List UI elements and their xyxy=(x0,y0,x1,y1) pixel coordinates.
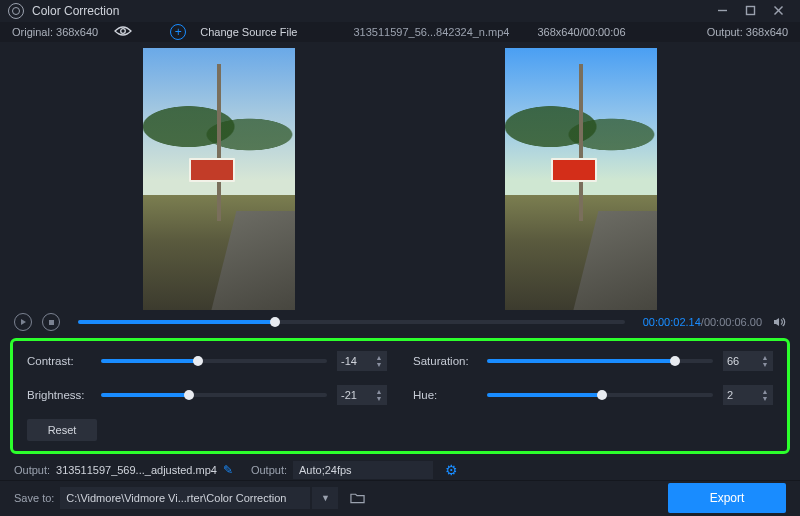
edit-output-name-icon[interactable]: ✎ xyxy=(223,463,233,477)
app-icon xyxy=(8,3,24,19)
brightness-value-stepper[interactable]: -21▲▼ xyxy=(337,385,387,405)
saturation-value-stepper[interactable]: 66▲▼ xyxy=(723,351,773,371)
titlebar: Color Correction xyxy=(0,0,800,23)
window-title: Color Correction xyxy=(32,4,119,18)
color-controls-panel: Contrast: -14▲▼ Saturation: 66▲▼ Brightn… xyxy=(10,338,790,454)
play-button[interactable] xyxy=(14,313,32,331)
output-format-select[interactable]: Auto;24fps xyxy=(293,461,433,479)
saturation-control: Saturation: 66▲▼ xyxy=(413,351,773,371)
hue-label: Hue: xyxy=(413,389,477,401)
output-settings-icon[interactable]: ⚙ xyxy=(445,462,458,478)
source-dims-duration: 368x640/00:00:06 xyxy=(537,26,625,38)
timeline-slider[interactable] xyxy=(78,320,625,324)
hue-control: Hue: 2▲▼ xyxy=(413,385,773,405)
output-format-prefix: Output: xyxy=(251,464,287,476)
chevron-down-icon[interactable]: ▼ xyxy=(759,395,771,402)
svg-rect-1 xyxy=(746,7,754,15)
close-button[interactable] xyxy=(764,1,792,21)
brightness-label: Brightness: xyxy=(27,389,91,401)
info-header: Original: 368x640 Change Source File 313… xyxy=(0,23,800,42)
output-size-label: Output: 368x640 xyxy=(707,26,788,38)
output-filename: 313511597_569..._adjusted.mp4 xyxy=(56,464,217,476)
saturation-label: Saturation: xyxy=(413,355,477,367)
reset-button[interactable]: Reset xyxy=(27,419,97,441)
output-info-row: Output: 313511597_569..._adjusted.mp4 ✎ … xyxy=(0,460,800,479)
export-button[interactable]: Export xyxy=(668,483,786,513)
preview-original xyxy=(143,48,295,310)
open-folder-button[interactable] xyxy=(344,487,370,509)
save-path-dropdown[interactable]: ▼ xyxy=(312,487,338,509)
maximize-button[interactable] xyxy=(736,1,764,21)
transport-bar: 00:00:02.14/00:00:06.00 xyxy=(0,310,800,334)
contrast-control: Contrast: -14▲▼ xyxy=(27,351,387,371)
volume-icon[interactable] xyxy=(772,315,786,329)
brightness-slider[interactable] xyxy=(101,393,327,397)
chevron-up-icon[interactable]: ▲ xyxy=(373,388,385,395)
preview-output xyxy=(505,48,657,310)
source-filename: 313511597_56...842324_n.mp4 xyxy=(353,26,509,38)
stop-icon xyxy=(49,320,54,325)
saturation-slider[interactable] xyxy=(487,359,713,363)
minimize-button[interactable] xyxy=(708,1,736,21)
save-path-field[interactable]: C:\Vidmore\Vidmore Vi...rter\Color Corre… xyxy=(60,487,310,509)
save-row: Save to: C:\Vidmore\Vidmore Vi...rter\Co… xyxy=(0,481,800,516)
save-to-label: Save to: xyxy=(14,492,54,504)
contrast-slider[interactable] xyxy=(101,359,327,363)
timecode: 00:00:02.14/00:00:06.00 xyxy=(643,316,762,328)
add-source-icon[interactable] xyxy=(170,24,186,40)
chevron-up-icon[interactable]: ▲ xyxy=(759,388,771,395)
preview-area xyxy=(0,42,800,310)
play-icon xyxy=(21,319,26,325)
chevron-up-icon[interactable]: ▲ xyxy=(759,354,771,361)
contrast-label: Contrast: xyxy=(27,355,91,367)
hue-slider[interactable] xyxy=(487,393,713,397)
hue-value-stepper[interactable]: 2▲▼ xyxy=(723,385,773,405)
chevron-down-icon[interactable]: ▼ xyxy=(373,395,385,402)
time-duration: /00:00:06.00 xyxy=(701,316,762,328)
brightness-control: Brightness: -21▲▼ xyxy=(27,385,387,405)
change-source-button[interactable]: Change Source File xyxy=(200,26,297,38)
time-current: 00:00:02.14 xyxy=(643,316,701,328)
chevron-down-icon[interactable]: ▼ xyxy=(373,361,385,368)
contrast-value-stepper[interactable]: -14▲▼ xyxy=(337,351,387,371)
chevron-up-icon[interactable]: ▲ xyxy=(373,354,385,361)
stop-button[interactable] xyxy=(42,313,60,331)
chevron-down-icon[interactable]: ▼ xyxy=(759,361,771,368)
svg-point-4 xyxy=(121,29,126,34)
output-file-prefix: Output: xyxy=(14,464,50,476)
app-window: Color Correction Original: 368x640 Chang… xyxy=(0,0,800,516)
original-size-label: Original: 368x640 xyxy=(12,26,98,38)
preview-toggle-icon[interactable] xyxy=(114,25,132,39)
